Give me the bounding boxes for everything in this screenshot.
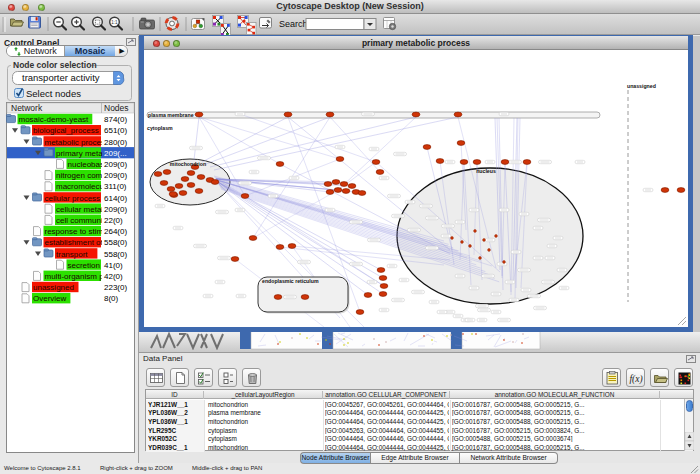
svg-text:209(0): 209(0) [104, 171, 127, 180]
svg-text:unassigned: unassigned [627, 83, 656, 89]
svg-text:874(0): 874(0) [104, 115, 127, 124]
svg-text:mitochondrion: mitochondrion [170, 161, 206, 167]
svg-text:plasma membrane: plasma membrane [148, 112, 194, 118]
svg-text:Search:: Search: [279, 19, 310, 29]
svg-text:558(0): 558(0) [104, 250, 127, 259]
svg-text:nucleus: nucleus [476, 168, 496, 174]
svg-text:264(0): 264(0) [104, 227, 127, 236]
svg-text:280(0): 280(0) [104, 138, 127, 147]
svg-text:multi-organism pro: multi-organism pro [45, 272, 112, 281]
svg-text:22(0): 22(0) [104, 216, 123, 225]
svg-text:614(0): 614(0) [104, 194, 127, 203]
svg-text:Overview: Overview [33, 294, 67, 303]
svg-text:42(0): 42(0) [104, 272, 123, 281]
svg-text:transporter activity: transporter activity [22, 72, 100, 83]
svg-text:8(0): 8(0) [104, 294, 119, 303]
svg-text:1:1: 1:1 [111, 20, 118, 25]
svg-text:651(0): 651(0) [104, 126, 127, 135]
svg-text:558(0): 558(0) [104, 238, 127, 247]
svg-text:cellular process: cellular process [45, 194, 101, 203]
svg-text:209(0): 209(0) [104, 160, 127, 169]
svg-text:Select nodes: Select nodes [26, 88, 81, 99]
svg-text:223(0): 223(0) [104, 283, 127, 292]
svg-text:secretion: secretion [68, 261, 100, 270]
svg-text:f(x): f(x) [629, 374, 642, 385]
svg-text:41(0): 41(0) [104, 261, 123, 270]
svg-text:209(0): 209(0) [104, 205, 127, 214]
svg-text:transport: transport [56, 250, 88, 259]
svg-text:establishment of lo: establishment of lo [45, 238, 112, 247]
svg-text:unassigned: unassigned [33, 283, 74, 292]
svg-text:biological_process: biological_process [33, 126, 99, 135]
svg-text:209(...: 209(... [104, 149, 127, 158]
svg-text:Network: Network [11, 103, 43, 113]
svg-text:endoplasmic reticulum: endoplasmic reticulum [262, 278, 319, 284]
svg-text:Nodes: Nodes [104, 103, 129, 113]
svg-text:311(0): 311(0) [104, 182, 127, 191]
svg-text:mosaic-demo-yeast: mosaic-demo-yeast [19, 115, 90, 124]
svg-text:Node color selection: Node color selection [13, 60, 97, 70]
svg-text:metabolic process: metabolic process [45, 138, 109, 147]
svg-text:response to stimul: response to stimul [45, 227, 110, 236]
svg-text:cytoplasm: cytoplasm [147, 125, 173, 131]
